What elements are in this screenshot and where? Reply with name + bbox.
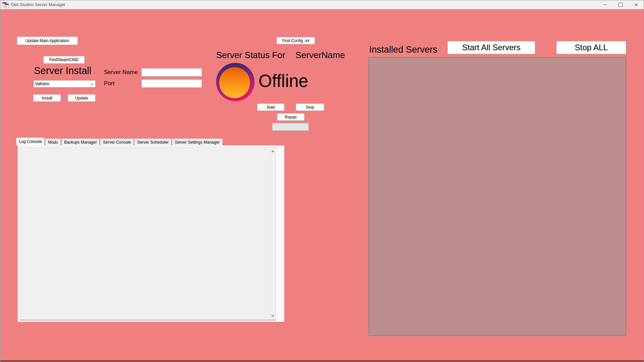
minimize-button[interactable] <box>597 0 613 9</box>
find-steamcmd-button[interactable]: FindSteamCMD <box>43 56 84 64</box>
server-install-title: Server Install <box>34 65 91 76</box>
maximize-button[interactable] <box>613 0 628 9</box>
close-icon: ✕ <box>634 2 638 7</box>
maximize-icon <box>619 3 623 7</box>
find-config-ini-button[interactable]: Find Config .ini <box>277 37 315 44</box>
status-indicator-icon <box>216 63 254 101</box>
status-indicator-core <box>219 67 250 98</box>
server-status-name: ServerName <box>296 50 345 60</box>
status-state-label: Offline <box>259 71 308 91</box>
scroll-up-icon[interactable] <box>271 150 274 152</box>
game-select-dropdown[interactable]: Valheim <box>33 80 96 88</box>
log-console-scrollbar[interactable] <box>270 147 276 320</box>
tab-log-console[interactable]: Log Console <box>16 138 44 145</box>
installed-servers-title: Installed Servers <box>369 44 437 55</box>
tab-mods[interactable]: Mods <box>45 139 60 145</box>
log-console-page <box>18 145 284 322</box>
app-icon <box>2 2 8 7</box>
start-button[interactable]: Start <box>257 104 284 111</box>
tab-server-scheduler[interactable]: Server Scheduler <box>134 139 171 145</box>
stop-button[interactable]: Stop <box>296 104 324 111</box>
server-name-label: Server Name <box>104 69 138 76</box>
update-main-application-button[interactable]: Update Main Application <box>17 37 78 45</box>
close-button[interactable]: ✕ <box>628 0 644 9</box>
tab-server-settings-manager[interactable]: Server Settings Manager <box>172 139 223 145</box>
installed-servers-list[interactable] <box>368 57 626 336</box>
window-title: Obli.Studios Server Manager <box>11 2 65 7</box>
server-status-prefix: Server Status For <box>216 50 285 60</box>
minimize-icon <box>603 4 607 5</box>
install-button[interactable]: Install <box>33 94 61 102</box>
title-bar: Obli.Studios Server Manager ✕ <box>0 0 644 9</box>
server-name-input[interactable] <box>141 68 202 76</box>
tab-backups-manager[interactable]: Backups Manager <box>61 139 100 145</box>
port-input[interactable] <box>141 79 202 88</box>
repair-button[interactable]: Repair <box>277 113 304 121</box>
stop-all-button[interactable]: Stop ALL <box>556 41 626 54</box>
window-bottom-edge <box>0 360 644 362</box>
scroll-down-icon[interactable] <box>271 315 274 317</box>
log-console-textbox[interactable] <box>20 147 276 320</box>
update-button[interactable]: Update <box>68 94 95 102</box>
game-select-value: Valheim <box>35 82 49 86</box>
server-status-heading: Server Status For ServerName <box>216 50 345 60</box>
tab-server-console[interactable]: Server Console <box>100 139 134 145</box>
start-all-servers-button[interactable]: Start All Servers <box>448 41 535 54</box>
chevron-down-icon <box>90 82 94 85</box>
tab-strip: Log Console Mods Backups Manager Server … <box>16 138 223 145</box>
port-label: Port <box>104 80 114 87</box>
progress-bar <box>272 123 309 131</box>
